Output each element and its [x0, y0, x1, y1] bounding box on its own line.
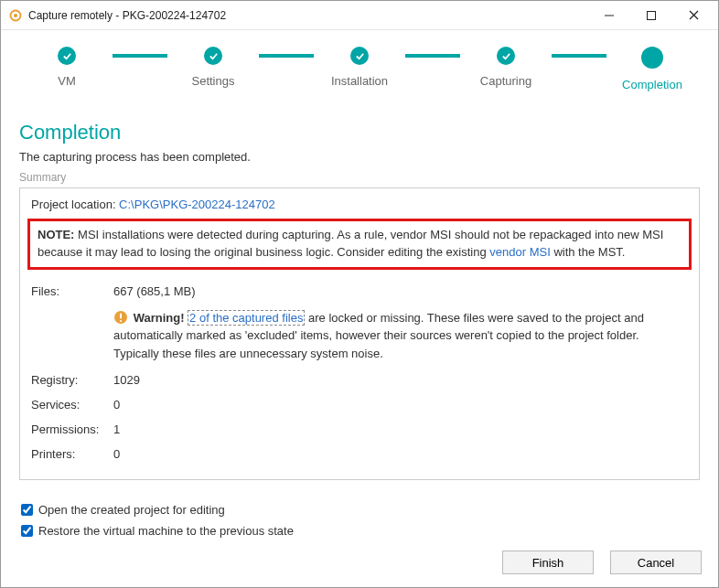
step-dot [350, 47, 369, 65]
svg-rect-7 [120, 313, 122, 318]
step-capturing: Capturing [460, 47, 552, 88]
project-location-row: Project location: C:\PKG\PKG-200224-1247… [31, 198, 688, 211]
button-row: Finish Cancel [17, 551, 702, 574]
step-label: Installation [331, 74, 388, 88]
page-subtitle: The capturing process has been completed… [19, 150, 700, 164]
step-vm: VM [21, 47, 113, 88]
open-project-checkbox[interactable] [21, 504, 33, 516]
footer: Open the created project for editing Res… [1, 488, 718, 587]
printers-label: Printers: [31, 442, 113, 466]
project-location-link[interactable]: C:\PKG\PKG-200224-124702 [119, 198, 275, 211]
content: Completion The capturing process has bee… [1, 101, 718, 480]
step-connector [552, 54, 606, 58]
files-value: 667 (685,1 MB) [113, 279, 688, 304]
warning-icon [113, 310, 128, 325]
registry-value: 1029 [113, 368, 688, 392]
finish-button[interactable]: Finish [502, 551, 594, 574]
open-project-label: Open the created project for editing [38, 503, 225, 517]
step-connector [113, 54, 167, 58]
window-controls [588, 2, 714, 29]
registry-label: Registry: [31, 368, 113, 392]
table-row: Warning! 2 of the captured files are loc… [31, 304, 688, 369]
restore-vm-checkbox[interactable] [21, 525, 33, 537]
step-settings: Settings [167, 47, 259, 88]
svg-point-8 [120, 320, 122, 322]
table-row: Permissions: 1 [31, 417, 688, 442]
step-installation: Installation [314, 47, 405, 88]
open-project-checkbox-row[interactable]: Open the created project for editing [17, 501, 702, 519]
cancel-button[interactable]: Cancel [610, 551, 702, 574]
captured-files-link[interactable]: 2 of the captured files [188, 310, 305, 326]
step-dot [204, 47, 222, 65]
step-label: Completion [622, 78, 682, 91]
step-label: VM [58, 74, 76, 88]
step-completion: Completion [606, 47, 698, 91]
minimize-button[interactable] [588, 2, 630, 29]
restore-vm-checkbox-row[interactable]: Restore the virtual machine to the previ… [17, 522, 702, 540]
table-row: Registry: 1029 [31, 368, 688, 392]
summary-table: Files: 667 (685,1 MB) Warning! 2 of the … [31, 279, 688, 467]
summary-panel: Project location: C:\PKG\PKG-200224-1247… [19, 188, 700, 480]
step-label: Settings [192, 74, 235, 88]
table-row: Printers: 0 [31, 442, 688, 466]
close-button[interactable] [672, 2, 714, 29]
note-text-after: with the MST. [551, 245, 626, 259]
restore-vm-label: Restore the virtual machine to the previ… [38, 524, 294, 538]
window-title: Capture remotely - PKG-200224-124702 [28, 9, 588, 22]
step-connector [259, 54, 314, 58]
note-prefix: NOTE: [38, 228, 74, 241]
step-dot [58, 47, 76, 65]
step-dot-current [641, 47, 663, 69]
step-dot [497, 47, 515, 65]
progress-stepper: VM Settings Installation Capturing Compl… [1, 30, 718, 101]
table-row: Files: 667 (685,1 MB) [31, 279, 688, 304]
note-box: NOTE: MSI installations were detected du… [27, 219, 692, 270]
svg-rect-3 [648, 11, 656, 19]
vendor-msi-link[interactable]: vendor MSI [489, 245, 550, 259]
permissions-label: Permissions: [31, 417, 113, 442]
printers-value: 0 [113, 442, 688, 466]
files-label: Files: [31, 279, 113, 304]
summary-label: Summary [19, 171, 700, 188]
svg-point-1 [14, 14, 17, 17]
maximize-button[interactable] [630, 2, 672, 29]
warning-label: Warning! [134, 311, 185, 325]
project-location-label: Project location: [31, 198, 119, 211]
title-bar: Capture remotely - PKG-200224-124702 [1, 1, 718, 30]
permissions-value: 1 [113, 417, 688, 442]
step-connector [405, 54, 460, 58]
table-row: Services: 0 [31, 392, 688, 417]
files-warning: Warning! 2 of the captured files are loc… [113, 304, 688, 369]
services-label: Services: [31, 392, 113, 417]
step-label: Capturing [480, 74, 531, 88]
page-title: Completion [19, 121, 700, 144]
app-icon [8, 8, 23, 23]
services-value: 0 [113, 392, 688, 417]
